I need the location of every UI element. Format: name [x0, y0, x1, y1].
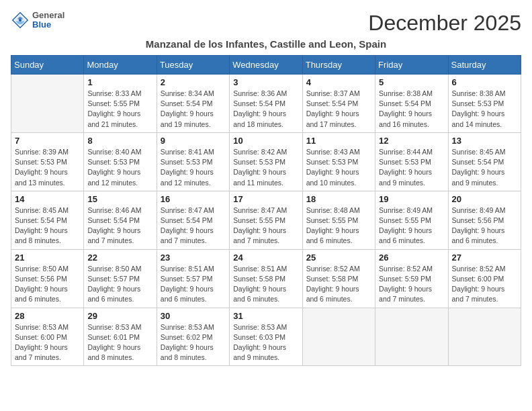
day-info: Sunrise: 8:50 AMSunset: 5:56 PMDaylight:… — [15, 264, 80, 305]
day-info: Sunrise: 8:52 AMSunset: 6:00 PMDaylight:… — [452, 264, 517, 305]
day-info: Sunrise: 8:41 AMSunset: 5:53 PMDaylight:… — [161, 147, 226, 188]
day-number: 21 — [15, 253, 80, 263]
calendar-cell: 4Sunrise: 8:37 AMSunset: 5:54 PMDaylight… — [302, 75, 375, 133]
day-info: Sunrise: 8:45 AMSunset: 5:54 PMDaylight:… — [452, 147, 517, 188]
calendar-cell: 13Sunrise: 8:45 AMSunset: 5:54 PMDayligh… — [448, 132, 521, 191]
day-info: Sunrise: 8:38 AMSunset: 5:54 PMDaylight:… — [379, 89, 444, 130]
day-number: 20 — [452, 194, 517, 204]
calendar-cell: 8Sunrise: 8:40 AMSunset: 5:53 PMDaylight… — [84, 132, 157, 191]
day-number: 27 — [452, 253, 517, 263]
day-info: Sunrise: 8:47 AMSunset: 5:54 PMDaylight:… — [161, 205, 226, 246]
calendar-week-row: 7Sunrise: 8:39 AMSunset: 5:53 PMDaylight… — [11, 132, 521, 191]
calendar-cell: 29Sunrise: 8:53 AMSunset: 6:01 PMDayligh… — [84, 308, 157, 366]
day-number: 13 — [452, 136, 517, 146]
day-number: 7 — [15, 136, 80, 146]
calendar-body: 1Sunrise: 8:33 AMSunset: 5:55 PMDaylight… — [11, 75, 521, 366]
day-number: 15 — [87, 194, 152, 204]
day-number: 29 — [87, 311, 152, 321]
calendar-cell — [11, 75, 84, 133]
day-info: Sunrise: 8:40 AMSunset: 5:53 PMDaylight:… — [87, 147, 152, 188]
calendar-day-header: Wednesday — [230, 56, 302, 75]
day-info: Sunrise: 8:43 AMSunset: 5:53 PMDaylight:… — [306, 147, 371, 188]
calendar-day-header: Thursday — [302, 56, 375, 75]
day-info: Sunrise: 8:53 AMSunset: 6:00 PMDaylight:… — [15, 322, 80, 363]
calendar-cell: 25Sunrise: 8:52 AMSunset: 5:58 PMDayligh… — [302, 249, 375, 308]
calendar-cell: 2Sunrise: 8:34 AMSunset: 5:54 PMDaylight… — [157, 75, 229, 133]
calendar-cell: 12Sunrise: 8:44 AMSunset: 5:53 PMDayligh… — [375, 132, 448, 191]
calendar-cell: 1Sunrise: 8:33 AMSunset: 5:55 PMDaylight… — [84, 75, 157, 133]
day-number: 12 — [379, 136, 444, 146]
calendar-header-row: SundayMondayTuesdayWednesdayThursdayFrid… — [11, 56, 521, 75]
logo-blue-text: Blue — [32, 20, 64, 30]
day-info: Sunrise: 8:37 AMSunset: 5:54 PMDaylight:… — [306, 89, 371, 130]
day-number: 5 — [379, 77, 444, 87]
day-info: Sunrise: 8:42 AMSunset: 5:53 PMDaylight:… — [233, 147, 298, 188]
calendar-cell: 19Sunrise: 8:49 AMSunset: 5:55 PMDayligh… — [375, 191, 448, 249]
calendar-cell: 15Sunrise: 8:46 AMSunset: 5:54 PMDayligh… — [84, 191, 157, 249]
calendar-cell: 16Sunrise: 8:47 AMSunset: 5:54 PMDayligh… — [157, 191, 229, 249]
calendar-week-row: 28Sunrise: 8:53 AMSunset: 6:00 PMDayligh… — [11, 308, 521, 366]
day-info: Sunrise: 8:52 AMSunset: 5:59 PMDaylight:… — [379, 264, 444, 305]
logo-general-text: General — [32, 11, 64, 20]
calendar-cell: 9Sunrise: 8:41 AMSunset: 5:53 PMDaylight… — [157, 132, 229, 191]
day-number: 6 — [452, 77, 517, 87]
day-number: 4 — [306, 77, 371, 87]
day-number: 2 — [161, 77, 226, 87]
calendar-day-header: Sunday — [11, 56, 84, 75]
day-info: Sunrise: 8:46 AMSunset: 5:54 PMDaylight:… — [87, 205, 152, 246]
day-info: Sunrise: 8:34 AMSunset: 5:54 PMDaylight:… — [161, 89, 226, 130]
calendar-cell: 3Sunrise: 8:36 AMSunset: 5:54 PMDaylight… — [230, 75, 302, 133]
day-info: Sunrise: 8:39 AMSunset: 5:53 PMDaylight:… — [15, 147, 80, 188]
day-info: Sunrise: 8:50 AMSunset: 5:57 PMDaylight:… — [87, 264, 152, 305]
day-info: Sunrise: 8:48 AMSunset: 5:55 PMDaylight:… — [306, 205, 371, 246]
calendar-cell: 28Sunrise: 8:53 AMSunset: 6:00 PMDayligh… — [11, 308, 84, 366]
calendar-cell: 11Sunrise: 8:43 AMSunset: 5:53 PMDayligh… — [302, 132, 375, 191]
location-title: Manzanal de los Infantes, Castille and L… — [11, 38, 521, 50]
calendar-cell — [448, 308, 521, 366]
calendar-cell — [302, 308, 375, 366]
day-info: Sunrise: 8:49 AMSunset: 5:55 PMDaylight:… — [379, 205, 444, 246]
calendar-cell: 10Sunrise: 8:42 AMSunset: 5:53 PMDayligh… — [230, 132, 302, 191]
day-info: Sunrise: 8:47 AMSunset: 5:55 PMDaylight:… — [233, 205, 298, 246]
day-number: 18 — [306, 194, 371, 204]
calendar-cell: 23Sunrise: 8:51 AMSunset: 5:57 PMDayligh… — [157, 249, 229, 308]
day-info: Sunrise: 8:53 AMSunset: 6:03 PMDaylight:… — [233, 322, 298, 363]
calendar-day-header: Tuesday — [157, 56, 229, 75]
day-number: 1 — [87, 77, 152, 87]
day-number: 30 — [161, 311, 226, 321]
calendar-cell: 27Sunrise: 8:52 AMSunset: 6:00 PMDayligh… — [448, 249, 521, 308]
day-number: 24 — [233, 253, 298, 263]
day-number: 19 — [379, 194, 444, 204]
day-number: 25 — [306, 253, 371, 263]
calendar-table: SundayMondayTuesdayWednesdayThursdayFrid… — [11, 55, 521, 366]
day-number: 10 — [233, 136, 298, 146]
day-number: 17 — [233, 194, 298, 204]
day-info: Sunrise: 8:44 AMSunset: 5:53 PMDaylight:… — [379, 147, 444, 188]
calendar-week-row: 21Sunrise: 8:50 AMSunset: 5:56 PMDayligh… — [11, 249, 521, 308]
calendar-cell: 18Sunrise: 8:48 AMSunset: 5:55 PMDayligh… — [302, 191, 375, 249]
day-info: Sunrise: 8:45 AMSunset: 5:54 PMDaylight:… — [15, 205, 80, 246]
day-number: 28 — [15, 311, 80, 321]
logo: General Blue — [11, 11, 64, 30]
calendar-cell — [375, 308, 448, 366]
day-number: 23 — [161, 253, 226, 263]
logo-icon — [11, 11, 30, 30]
calendar-cell: 30Sunrise: 8:53 AMSunset: 6:02 PMDayligh… — [157, 308, 229, 366]
calendar-cell: 21Sunrise: 8:50 AMSunset: 5:56 PMDayligh… — [11, 249, 84, 308]
day-number: 11 — [306, 136, 371, 146]
day-number: 22 — [87, 253, 152, 263]
calendar-cell: 24Sunrise: 8:51 AMSunset: 5:58 PMDayligh… — [230, 249, 302, 308]
day-number: 16 — [161, 194, 226, 204]
day-info: Sunrise: 8:36 AMSunset: 5:54 PMDaylight:… — [233, 89, 298, 130]
day-info: Sunrise: 8:33 AMSunset: 5:55 PMDaylight:… — [87, 89, 152, 130]
day-number: 3 — [233, 77, 298, 87]
calendar-day-header: Friday — [375, 56, 448, 75]
day-info: Sunrise: 8:52 AMSunset: 5:58 PMDaylight:… — [306, 264, 371, 305]
day-number: 26 — [379, 253, 444, 263]
calendar-cell: 5Sunrise: 8:38 AMSunset: 5:54 PMDaylight… — [375, 75, 448, 133]
day-info: Sunrise: 8:38 AMSunset: 5:53 PMDaylight:… — [452, 89, 517, 130]
calendar-cell: 26Sunrise: 8:52 AMSunset: 5:59 PMDayligh… — [375, 249, 448, 308]
calendar-week-row: 14Sunrise: 8:45 AMSunset: 5:54 PMDayligh… — [11, 191, 521, 249]
calendar-cell: 20Sunrise: 8:49 AMSunset: 5:56 PMDayligh… — [448, 191, 521, 249]
calendar-cell: 14Sunrise: 8:45 AMSunset: 5:54 PMDayligh… — [11, 191, 84, 249]
